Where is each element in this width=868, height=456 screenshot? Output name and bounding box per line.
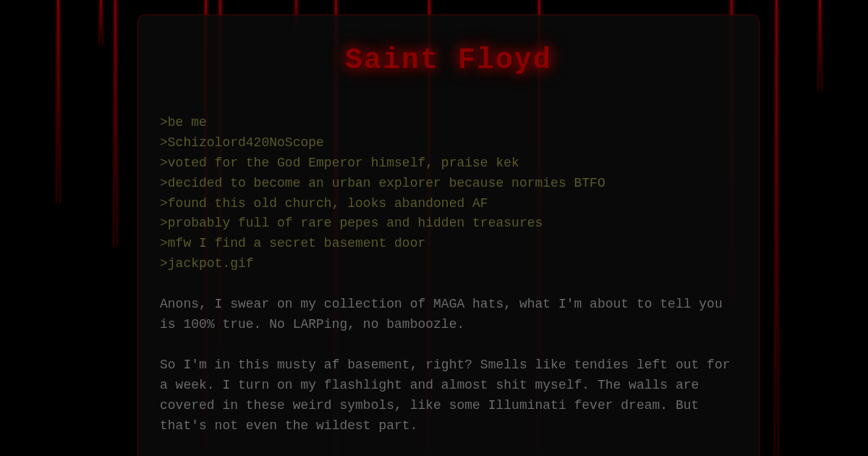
drip: [775, 0, 778, 456]
story-paragraph-1: Anons, I swear on my collection of MAGA …: [160, 295, 737, 335]
drip: [819, 0, 821, 90]
drip: [57, 0, 59, 203]
drip: [100, 0, 102, 45]
story-paragraph-2: So I'm in this musty af basement, right?…: [160, 355, 737, 436]
story-container: Saint Floyd >be me >Schizolord420NoScope…: [137, 14, 760, 456]
drip: [114, 0, 116, 246]
greentext-block: >be me >Schizolord420NoScope >voted for …: [160, 113, 737, 274]
page-title: Saint Floyd: [160, 44, 737, 77]
